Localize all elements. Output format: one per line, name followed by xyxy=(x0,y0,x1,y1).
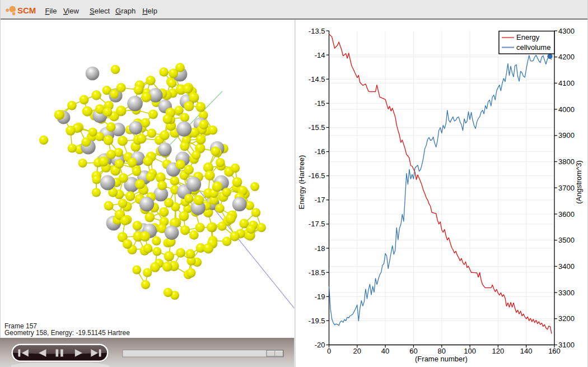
svg-text:3900: 3900 xyxy=(558,131,575,140)
svg-text:(Frame number): (Frame number) xyxy=(415,355,468,363)
svg-text:SCM: SCM xyxy=(17,6,36,15)
svg-text:cellvolume: cellvolume xyxy=(516,43,550,52)
svg-text:Energy: Energy xyxy=(516,33,540,41)
svg-text:-13.5: -13.5 xyxy=(309,27,325,35)
svg-text:-14.5: -14.5 xyxy=(309,75,325,83)
svg-text:4200: 4200 xyxy=(558,53,575,61)
svg-text:3100: 3100 xyxy=(558,341,575,349)
svg-text:-20: -20 xyxy=(315,341,325,349)
svg-text:0: 0 xyxy=(327,347,331,355)
svg-text:View: View xyxy=(63,7,80,15)
svg-text:3200: 3200 xyxy=(558,314,575,323)
svg-text:-18.5: -18.5 xyxy=(309,268,325,277)
svg-text:3700: 3700 xyxy=(558,184,575,192)
svg-text:4300: 4300 xyxy=(558,27,575,35)
svg-text:-17.5: -17.5 xyxy=(309,220,325,228)
svg-text:120: 120 xyxy=(492,347,505,355)
svg-text:-17: -17 xyxy=(315,196,325,204)
svg-text:3300: 3300 xyxy=(558,289,575,297)
svg-text:20: 20 xyxy=(353,347,361,355)
svg-text:Graph: Graph xyxy=(115,7,136,15)
svg-text:-19: -19 xyxy=(315,292,325,301)
svg-text:-15.5: -15.5 xyxy=(309,123,325,132)
svg-text:-19.5: -19.5 xyxy=(309,317,325,325)
svg-text:-16: -16 xyxy=(315,147,325,156)
svg-text:-16.5: -16.5 xyxy=(309,171,325,180)
svg-text:Geometry 158, Energy: -19.5114: Geometry 158, Energy: -19.51145 Hartree xyxy=(4,329,130,337)
svg-text:3400: 3400 xyxy=(558,262,575,271)
svg-text:Energy (Hartree): Energy (Hartree) xyxy=(297,155,306,210)
svg-text:-15: -15 xyxy=(315,99,325,108)
svg-text:-18: -18 xyxy=(315,244,325,253)
svg-text:3600: 3600 xyxy=(558,210,575,219)
svg-text:160: 160 xyxy=(548,347,561,355)
svg-text:140: 140 xyxy=(520,347,533,355)
svg-text:File: File xyxy=(45,7,57,15)
svg-text:3500: 3500 xyxy=(558,236,575,244)
svg-text:4000: 4000 xyxy=(558,105,575,114)
svg-text:(Angstrom^3): (Angstrom^3) xyxy=(575,160,583,204)
svg-text:Select: Select xyxy=(90,7,110,15)
svg-text:3800: 3800 xyxy=(558,157,575,166)
svg-text:4100: 4100 xyxy=(558,79,575,87)
svg-text:-14: -14 xyxy=(315,51,325,59)
svg-text:40: 40 xyxy=(381,347,389,355)
svg-text:Help: Help xyxy=(142,7,157,15)
